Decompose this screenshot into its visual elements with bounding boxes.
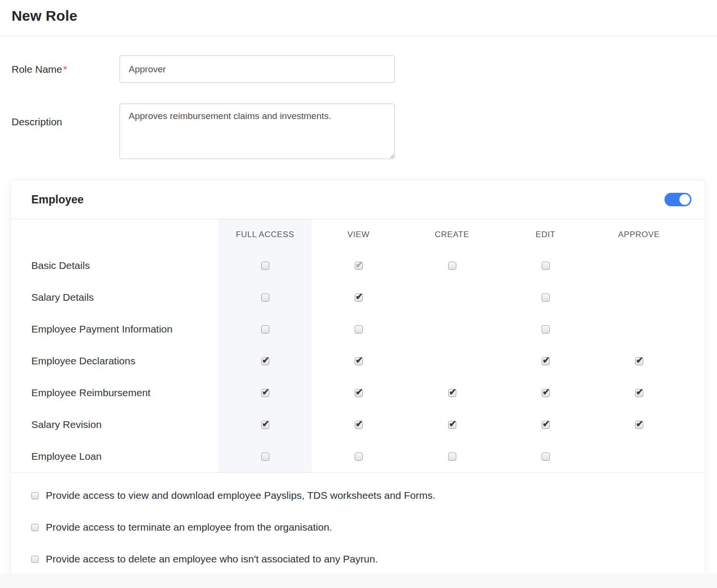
checkbox-employee-payment-information-view[interactable]: [355, 325, 363, 334]
cell-basic-details-edit: [499, 250, 592, 281]
permission-label: Basic Details: [11, 250, 218, 281]
cell-basic-details-create: [405, 250, 499, 281]
option-label: Provide access to delete an employee who…: [46, 553, 378, 565]
option-row-2: Provide access to terminate an employee …: [31, 511, 705, 543]
cell-employee-loan-create: [405, 441, 499, 472]
permission-label: Employee Declarations: [11, 345, 218, 377]
checkbox-salary-revision-approve[interactable]: [635, 421, 643, 429]
employee-permissions-card: Employee FULL ACCESSVIEWCREATEEDITAPPROV…: [11, 180, 705, 578]
description-row: Description Approves reimbursement claim…: [0, 104, 717, 159]
checkbox-employee-loan-edit[interactable]: [542, 453, 550, 461]
cell-employee-payment-information-full-access: [218, 313, 312, 345]
role-name-row: Role Name*: [0, 55, 717, 83]
required-asterisk: *: [63, 64, 67, 75]
cell-employee-reimbursement-create: [405, 377, 499, 409]
option-label: Provide access to terminate an employee …: [46, 521, 332, 533]
cell-employee-loan-view: [312, 441, 405, 472]
permission-row-employee-loan: Employee Loan: [11, 441, 705, 472]
cell-employee-loan-full-access: [218, 441, 312, 472]
cell-employee-loan-edit: [499, 441, 592, 472]
checkbox-employee-reimbursement-full-access[interactable]: [261, 389, 269, 397]
checkbox-salary-revision-view[interactable]: [355, 421, 363, 429]
option-checkbox-3[interactable]: [31, 556, 39, 563]
page-background-strip: [0, 574, 717, 588]
cell-salary-revision-view: [312, 409, 405, 441]
checkbox-employee-declarations-edit[interactable]: [542, 357, 550, 365]
permission-label: Employee Reimbursement: [11, 377, 218, 409]
cell-salary-revision-edit: [499, 409, 592, 441]
cell-employee-declarations-edit: [499, 345, 592, 377]
option-row-1: Provide access to view and download empl…: [31, 480, 705, 511]
permission-label: Employee Loan: [11, 441, 218, 472]
checkbox-basic-details-full-access[interactable]: [261, 262, 269, 270]
toggle-knob: [679, 194, 690, 205]
option-row-3: Provide access to delete an employee who…: [31, 543, 705, 575]
checkbox-salary-revision-edit[interactable]: [542, 421, 550, 429]
module-toggle[interactable]: [664, 193, 691, 206]
checkbox-salary-details-full-access[interactable]: [261, 294, 269, 302]
checkbox-salary-revision-create[interactable]: [448, 421, 456, 429]
role-form: Role Name* Description Approves reimburs…: [0, 36, 717, 159]
option-checkbox-1[interactable]: [31, 492, 39, 499]
cell-basic-details-full-access: [218, 250, 312, 281]
column-header-spacer: [11, 219, 218, 250]
checkbox-employee-reimbursement-create[interactable]: [448, 389, 456, 397]
option-checkbox-2[interactable]: [31, 524, 39, 531]
checkbox-employee-reimbursement-approve[interactable]: [635, 389, 643, 397]
column-header-view: VIEW: [312, 219, 405, 250]
checkbox-employee-payment-information-edit[interactable]: [542, 325, 550, 334]
checkbox-employee-reimbursement-edit[interactable]: [542, 389, 550, 397]
page-title: New Role: [12, 8, 705, 24]
checkbox-employee-declarations-full-access[interactable]: [261, 357, 269, 365]
option-label: Provide access to view and download empl…: [46, 490, 436, 501]
permission-label: Salary Revision: [11, 409, 218, 441]
permission-row-employee-payment-information: Employee Payment Information: [11, 313, 705, 345]
cell-employee-declarations-approve: [592, 345, 686, 377]
page-header: New Role: [0, 0, 717, 36]
permissions-table-header: FULL ACCESSVIEWCREATEEDITAPPROVE: [11, 219, 705, 250]
cell-basic-details-view: [312, 250, 405, 281]
role-name-input[interactable]: [120, 55, 395, 83]
extra-options: Provide access to view and download empl…: [11, 473, 705, 578]
permissions-table-body: Basic DetailsSalary DetailsEmployee Paym…: [11, 250, 705, 473]
permission-row-salary-details: Salary Details: [11, 281, 705, 313]
column-header-edit: EDIT: [499, 219, 592, 250]
cell-employee-declarations-view: [312, 345, 405, 377]
checkbox-employee-payment-information-full-access[interactable]: [261, 325, 269, 334]
cell-employee-declarations-full-access: [218, 345, 312, 377]
checkbox-salary-details-edit[interactable]: [542, 294, 550, 302]
cell-employee-payment-information-edit: [499, 313, 592, 345]
role-name-label-text: Role Name: [12, 64, 62, 75]
cell-employee-reimbursement-edit: [499, 377, 592, 409]
cell-salary-revision-full-access: [218, 409, 312, 441]
new-role-page: New Role Role Name* Description Approves…: [0, 0, 717, 578]
checkbox-employee-loan-create[interactable]: [448, 453, 456, 461]
permission-row-salary-revision: Salary Revision: [11, 409, 705, 441]
checkbox-basic-details-view[interactable]: [355, 262, 363, 270]
permission-label: Employee Payment Information: [11, 313, 218, 345]
checkbox-basic-details-create[interactable]: [448, 262, 456, 270]
checkbox-employee-loan-view[interactable]: [355, 453, 363, 461]
permission-row-employee-declarations: Employee Declarations: [11, 345, 705, 377]
permission-row-employee-reimbursement: Employee Reimbursement: [11, 377, 705, 409]
cell-employee-reimbursement-view: [312, 377, 405, 409]
checkbox-employee-declarations-view[interactable]: [355, 357, 363, 365]
checkbox-employee-reimbursement-view[interactable]: [355, 389, 363, 397]
cell-employee-reimbursement-approve: [592, 377, 686, 409]
column-header-approve: APPROVE: [592, 219, 686, 250]
checkbox-employee-declarations-approve[interactable]: [635, 357, 643, 365]
cell-salary-revision-approve: [592, 409, 686, 441]
description-label: Description: [0, 104, 120, 128]
description-input[interactable]: Approves reimbursement claims and invest…: [120, 104, 395, 159]
cell-salary-details-create: [405, 281, 499, 313]
checkbox-employee-loan-full-access[interactable]: [261, 453, 269, 461]
checkbox-basic-details-edit[interactable]: [542, 262, 550, 270]
checkbox-salary-revision-full-access[interactable]: [261, 421, 269, 429]
cell-salary-details-view: [312, 281, 405, 313]
permissions-table: FULL ACCESSVIEWCREATEEDITAPPROVE Basic D…: [11, 219, 705, 473]
cell-employee-payment-information-view: [312, 313, 405, 345]
module-title: Employee: [31, 193, 84, 206]
cell-employee-declarations-create: [405, 345, 499, 377]
column-header-create: CREATE: [405, 219, 499, 250]
checkbox-salary-details-view[interactable]: [355, 294, 363, 302]
